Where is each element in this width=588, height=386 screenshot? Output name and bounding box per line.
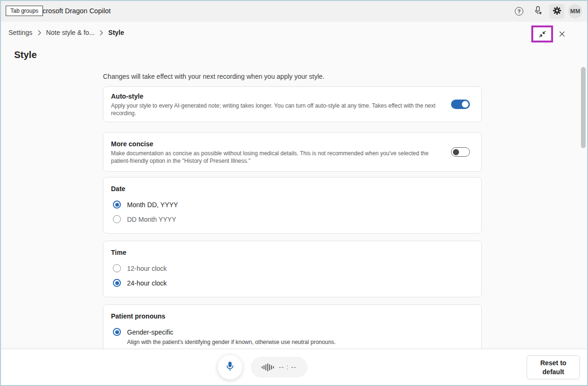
collapse-window-button[interactable] [537,29,547,39]
gender-specific-description: Align with the patient's identifying gen… [127,338,474,346]
more-concise-toggle[interactable] [451,147,470,157]
microphone-gear-icon [533,5,543,17]
vertical-scrollbar[interactable] [581,67,586,148]
time-option-24-hour[interactable]: 24-hour clock [111,276,474,290]
waveform-icon [262,363,274,371]
app-title: crosoft Dragon Copilot [43,7,111,15]
breadcrumb: Settings Note style & fo... Style [1,22,587,43]
app-window: crosoft Dragon Copilot ? [0,0,588,386]
date-option-dd-month-yyyy[interactable]: DD Month YYYY [111,212,474,227]
date-title: Date [111,184,474,193]
close-icon [558,30,566,38]
microphone-icon [224,361,236,374]
date-card: Date Month DD, YYYY DD Month YYYY [103,177,482,234]
user-avatar[interactable]: MM [568,4,582,18]
radio-selected-icon [113,328,121,336]
gear-icon [552,6,562,17]
settings-content: Changes will take effect with your next … [103,73,482,380]
help-icon: ? [515,7,523,16]
date-radio-group: Month DD, YYYY DD Month YYYY [111,197,474,227]
pronouns-option-gender-specific[interactable]: Gender-specific [111,325,474,339]
time-card: Time 12-hour clock 24-hour clock [103,241,482,297]
auto-style-description: Apply your style to every AI-generated n… [111,102,444,117]
tab-groups-tooltip: Tab groups [6,6,43,16]
record-button[interactable] [217,354,243,380]
auto-style-toggle[interactable] [451,100,470,109]
time-option-12-hour[interactable]: 12-hour clock [111,261,474,276]
annotation-highlight-box [531,25,553,42]
auto-style-title: Auto-style [111,92,474,101]
arrow-minimize-icon [538,30,546,38]
title-bar: crosoft Dragon Copilot ? [1,1,587,22]
chevron-right-icon [37,30,42,36]
patient-pronouns-title: Patient pronouns [111,311,474,321]
breadcrumb-style: Style [108,29,124,36]
radio-selected-icon [113,201,121,209]
help-button[interactable]: ? [511,4,527,19]
radio-selected-icon [113,279,121,287]
reset-to-default-button[interactable]: Reset to default [527,355,580,379]
page-title: Style [14,50,37,60]
settings-button[interactable] [549,4,564,19]
more-concise-card: More concise Make documentation as conci… [103,132,482,172]
radio-unselected-icon [113,264,121,272]
radio-unselected-icon [113,215,121,223]
close-button[interactable] [557,29,567,39]
time-title: Time [111,248,474,257]
intro-text: Changes will take effect with your next … [103,73,482,80]
breadcrumb-settings[interactable]: Settings [9,29,33,36]
more-concise-description: Make documentation as concise as possibl… [111,150,444,165]
date-option-month-dd-yyyy[interactable]: Month DD, YYYY [111,197,474,212]
breadcrumb-note-style[interactable]: Note style & fo... [46,29,95,36]
more-concise-title: More concise [111,139,474,149]
recording-timer-pill[interactable]: -- : -- [251,357,307,378]
chevron-right-icon [99,30,103,36]
time-radio-group: 12-hour clock 24-hour clock [111,261,474,290]
auto-style-card: Auto-style Apply your style to every AI-… [103,86,482,122]
timer-text: -- : -- [279,363,296,371]
microphone-settings-button[interactable] [530,4,545,19]
recording-footer: -- : -- Reset to default [1,349,587,385]
